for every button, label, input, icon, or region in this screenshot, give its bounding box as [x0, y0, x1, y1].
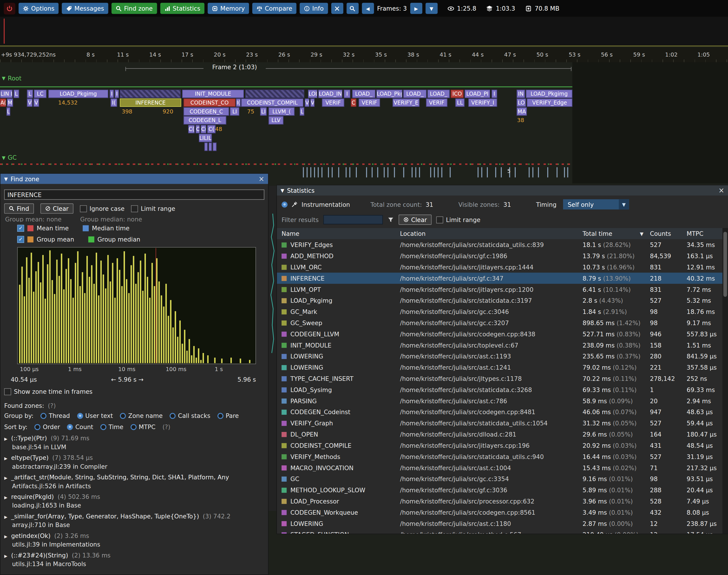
- scrollbar-thumb[interactable]: [723, 232, 727, 297]
- timeline-zone[interactable]: CODEGEN_C: [184, 107, 229, 116]
- timeline-zone[interactable]: L: [7, 107, 10, 116]
- timeline-zone[interactable]: CODEINST_CO: [184, 99, 236, 107]
- frames-overview-strip[interactable]: [0, 16, 728, 46]
- timeline-zone[interactable]: [208, 142, 212, 151]
- expand-icon[interactable]: ▶: [4, 495, 7, 500]
- collapsed-zone-count[interactable]: 75: [247, 107, 254, 116]
- column-total-time[interactable]: Total time ▼: [583, 230, 650, 237]
- expand-icon[interactable]: ▶: [4, 456, 7, 461]
- stats-table-row[interactable]: VERIFY_Graph/home/kristofferc/julia/src/…: [277, 417, 723, 429]
- timeline-zone[interactable]: I: [492, 90, 497, 98]
- clear-button[interactable]: Clear: [40, 203, 73, 214]
- expand-icon[interactable]: ▶: [4, 437, 7, 441]
- sort-by-order[interactable]: Order: [34, 424, 60, 431]
- timeline-zone[interactable]: LOAD_Pkgimg: [526, 90, 572, 98]
- collapsed-zone-count[interactable]: 38: [517, 116, 524, 124]
- limit-range-checkbox[interactable]: Limit range: [131, 205, 175, 212]
- timeline-zone[interactable]: C: [196, 125, 200, 133]
- group-by-call-stacks[interactable]: Call stacks: [169, 412, 210, 419]
- timeline-zone[interactable]: LOAD_PI: [465, 90, 490, 98]
- show-zone-time-checkbox[interactable]: Show zone time in frames: [4, 388, 93, 395]
- timeline-zone[interactable]: IN: [517, 90, 525, 98]
- timeline-zone[interactable]: [245, 90, 304, 98]
- found-zone-item[interactable]: ▶eltype(Type)(7) 378.54 µsabstractarray.…: [4, 454, 267, 472]
- zone-time-histogram[interactable]: [17, 247, 256, 364]
- timeline-zone[interactable]: LOAD_: [352, 90, 375, 98]
- stats-table-row[interactable]: CODEINST_COMPILE/home/kristofferc/julia/…: [277, 440, 723, 451]
- timeline-zone[interactable]: A(: [0, 99, 6, 107]
- stats-table-row[interactable]: DL_OPEN/home/kristofferc/julia/src/dlloa…: [277, 429, 723, 440]
- expand-icon[interactable]: ▶: [4, 476, 7, 480]
- info-button[interactable]: Info: [300, 3, 328, 14]
- close-icon[interactable]: ×: [719, 187, 724, 194]
- root-thread-toggle[interactable]: ▼ Root: [2, 75, 21, 81]
- timeline-zone[interactable]: V: [310, 99, 315, 107]
- timeline-zone[interactable]: VERIFY_I: [468, 99, 497, 107]
- filter-input[interactable]: [323, 215, 383, 224]
- find-zone-button[interactable]: Find zone: [111, 3, 157, 14]
- timeline-zone[interactable]: VERIF: [322, 99, 344, 107]
- timeline-zone[interactable]: L: [27, 90, 33, 98]
- stats-table-row[interactable]: LOAD_Pkgimg/home/kristofferc/julia/src/s…: [277, 295, 723, 306]
- stats-table-row[interactable]: LOWERING/home/kristofferc/julia/src/ast.…: [277, 362, 723, 373]
- stats-table-row[interactable]: GC_Mark/home/kristofferc/julia/src/gc.c:…: [277, 306, 723, 317]
- timeline-zone[interactable]: INIT_MODULE: [182, 90, 244, 98]
- checkbox-icon[interactable]: ✓: [17, 225, 24, 232]
- timeline-zone[interactable]: LOAD_IN: [318, 90, 342, 98]
- memory-button[interactable]: Memory: [208, 3, 249, 14]
- stats-table-row[interactable]: VERIFY_Edges/home/kristofferc/julia/src/…: [277, 239, 723, 250]
- group-by-zone-name[interactable]: Zone name: [120, 412, 163, 419]
- time-ruler[interactable]: +9s 934,729,252ns 8 s11 s14 s17 s20 s23 …: [0, 47, 728, 62]
- stats-table-row[interactable]: INIT_MODULE/home/kristofferc/julia/src/t…: [277, 339, 723, 351]
- timeline-zone[interactable]: L: [13, 90, 19, 98]
- timing-dropdown[interactable]: Self only ▼: [563, 199, 629, 210]
- stats-table-row[interactable]: LLVM_ORC/home/kristofferc/julia/src/jitl…: [277, 261, 723, 273]
- stats-table-row[interactable]: LOAD_Processor/home/kristofferc/julia/sr…: [277, 496, 723, 507]
- timeline-zone[interactable]: I(: [236, 99, 240, 107]
- group-by-user-text[interactable]: User text: [77, 412, 113, 419]
- scrollbar[interactable]: [723, 228, 728, 534]
- stats-table-row[interactable]: GC_Sweep/home/kristofferc/julia/src/gc.c…: [277, 317, 723, 328]
- stats-table-row[interactable]: GC/home/kristofferc/julia/src/gc.c:33549…: [277, 473, 723, 484]
- column-mtpc[interactable]: MTPC: [687, 230, 723, 237]
- timeline-zone[interactable]: CODEGEN_L: [184, 116, 226, 124]
- filter-clear-button[interactable]: Clear: [398, 214, 432, 225]
- timeline-zone[interactable]: LOAD_: [403, 90, 427, 98]
- timeline-zone[interactable]: LLVM_(: [269, 107, 295, 116]
- timeline-zone[interactable]: LI: [260, 107, 267, 116]
- prev-frame-button[interactable]: ◀: [362, 3, 374, 14]
- timeline-zone[interactable]: C(: [201, 125, 206, 133]
- timeline-zone[interactable]: LL: [455, 99, 465, 107]
- found-zone-item[interactable]: ▶(::Type)(Ptr)(9) 71.69 msbase.jl:54 in …: [4, 435, 267, 452]
- sort-by-count[interactable]: Count: [67, 424, 93, 431]
- found-zone-item[interactable]: ▶getindex(Ok)(2) 3.26 msutils.jl:39 in I…: [4, 532, 267, 550]
- found-zone-item[interactable]: ▶_similar_for(Array, Type, Generator, Ha…: [4, 513, 267, 530]
- timeline-zone[interactable]: V: [305, 99, 309, 107]
- group-by-pare[interactable]: Pare: [217, 412, 239, 419]
- timeline-zone[interactable]: I: [344, 90, 351, 98]
- stats-table-row[interactable]: MACRO_INVOCATION/home/kristofferc/julia/…: [277, 462, 723, 473]
- timeline-zone[interactable]: [120, 90, 181, 98]
- gc-thread-toggle[interactable]: ▼ GC: [2, 154, 16, 161]
- funnel-icon[interactable]: [387, 216, 394, 223]
- stats-table-row[interactable]: LOWERING/home/kristofferc/julia/src/ast.…: [277, 518, 723, 529]
- timeline-zone[interactable]: I(: [110, 99, 117, 107]
- timeline-zone[interactable]: LILIL: [199, 134, 212, 142]
- stats-table-row[interactable]: VERIFY_Methods/home/kristofferc/julia/sr…: [277, 451, 723, 462]
- zoom-button[interactable]: [346, 3, 359, 14]
- timeline-zone[interactable]: LOAD_: [428, 90, 450, 98]
- checkbox-icon[interactable]: ✓: [17, 236, 24, 243]
- compare-button[interactable]: Compare: [252, 3, 296, 14]
- timeline-zone[interactable]: C(: [207, 125, 216, 133]
- timeline-zone[interactable]: I: [114, 90, 119, 98]
- timeline-zone[interactable]: INFERENCE: [120, 99, 181, 107]
- timeline-zone[interactable]: ICO: [451, 90, 464, 98]
- close-icon[interactable]: ×: [259, 175, 264, 182]
- collapsed-zone-count[interactable]: 14,532: [58, 99, 77, 107]
- stats-table-row[interactable]: METHOD_LOOKUP_SLOW/home/kristofferc/juli…: [277, 484, 723, 496]
- timeline-zone[interactable]: V: [27, 99, 32, 107]
- group-by-thread[interactable]: Thread: [40, 412, 70, 419]
- ignore-case-checkbox[interactable]: Ignore case: [80, 205, 125, 212]
- statistics-button[interactable]: Statistics: [160, 3, 204, 14]
- stats-table-row[interactable]: CODEGEN_Codeinst/home/kristofferc/julia/…: [277, 406, 723, 417]
